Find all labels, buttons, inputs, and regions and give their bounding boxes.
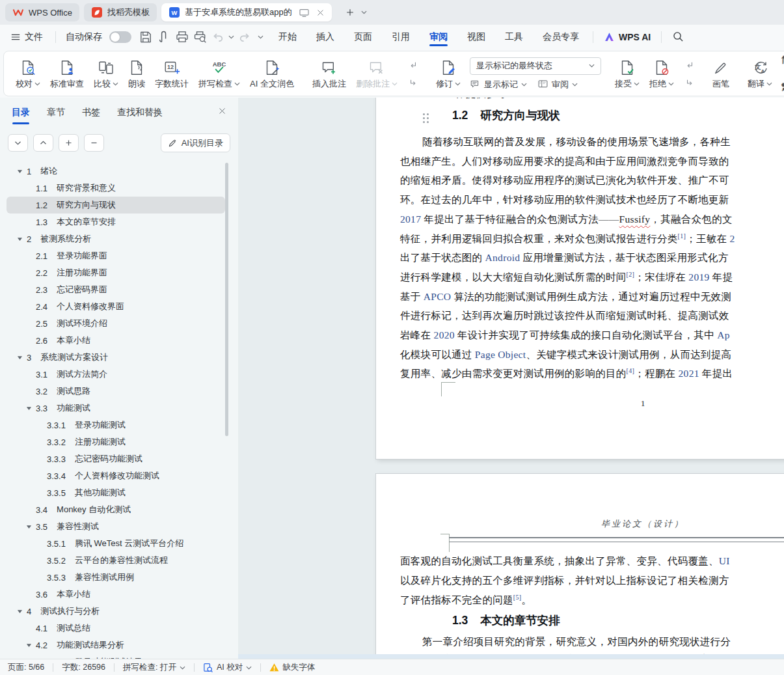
toc-item-2.6[interactable]: 2.6本章小结 [7, 332, 225, 349]
toc-item-2.2[interactable]: 2.2注册功能界面 [7, 264, 225, 281]
collapse-arrow-icon[interactable] [26, 525, 36, 529]
ribbon-tab-4[interactable]: 审阅 [420, 25, 457, 49]
status-spell-check[interactable]: 拼写检查: 打开 [123, 662, 185, 673]
toc-item-2.5[interactable]: 2.5测试环境介绍 [7, 315, 225, 332]
toc-item-2.3[interactable]: 2.3忘记密码界面 [7, 281, 225, 298]
search-icon[interactable] [666, 31, 691, 43]
doc-line[interactable]: 也相继产生。人们对移动应用要求的提高和由于应用间激烈竞争而导致的 [400, 155, 729, 171]
collapse-arrow-icon[interactable] [26, 643, 36, 648]
toc-item-3.4[interactable]: 3.4Monkey 自动化测试 [7, 501, 225, 518]
document-page-2[interactable]: 毕业论文（设计） 面客观的自动化测试工具衡量系统，抽象出了异常、变异、代码覆盖、… [376, 474, 784, 659]
horizontal-scrollbar[interactable] [238, 654, 784, 659]
toc-item-3.5.2[interactable]: 3.5.2云平台的兼容性测试流程 [7, 552, 225, 569]
doc-line[interactable]: 进行科学建模，以大大缩短自动化测试所需的时间[2]；宋佳垿在 2019 年提 [400, 271, 733, 286]
status-page-indicator[interactable]: 页面: 5/66 [8, 662, 44, 673]
toc-item-3.5[interactable]: 3.5兼容性测试 [7, 518, 225, 535]
wps-ai-button[interactable]: WPS AI [597, 31, 657, 42]
toc-item-1[interactable]: 1绪论 [7, 163, 225, 180]
new-tab-button[interactable] [342, 4, 358, 21]
toc-item-1.2[interactable]: 1.2研究方向与现状 [7, 197, 225, 214]
redo-icon[interactable] [236, 29, 252, 46]
status-word-count[interactable]: 字数: 26596 [62, 662, 105, 673]
sidebar-tab-3[interactable]: 查找和替换 [117, 103, 163, 122]
ribbon-button-review-pane[interactable]: 审阅 [537, 79, 578, 90]
toc-item-3.3.1[interactable]: 3.3.1登录功能测试 [7, 417, 225, 434]
toc-item-2.4[interactable]: 2.4个人资料修改界面 [7, 298, 225, 315]
sidebar-scrollbar-thumb[interactable] [225, 163, 228, 436]
ribbon-tab-5[interactable]: 视图 [457, 25, 495, 49]
print-icon[interactable] [174, 29, 191, 46]
undo-dropdown-icon[interactable] [228, 35, 234, 39]
doc-line-clipped[interactable]: 工作提供参考 [445, 98, 507, 103]
toc-item-1.1[interactable]: 1.1研究背景和意义 [7, 180, 225, 197]
status-missing-font[interactable]: 缺失字体 [269, 662, 315, 673]
sidebar-close-icon[interactable] [218, 107, 226, 115]
toc-item-4.1[interactable]: 4.1测试总结 [7, 620, 225, 637]
ribbon-tab-6[interactable]: 工具 [495, 25, 533, 49]
expand-all-button[interactable] [33, 134, 53, 152]
doc-line[interactable]: 了评估指标不完全的问题[5]。 [400, 594, 532, 609]
tab-list-dropdown-icon[interactable] [361, 10, 367, 14]
ribbon-button-proofread[interactable]: 校对 [11, 56, 45, 92]
toc-item-4[interactable]: 4测试执行与分析 [7, 603, 225, 620]
doc-line[interactable]: 岩峰在 2020 年设计并实现了可持续集成的接口自动化测试平台，其中 Ap [400, 329, 730, 344]
app-tab-home[interactable]: WPS Office [5, 3, 79, 21]
document-canvas[interactable]: 工作提供参考 1.2研究方向与现状 随着移动互联网的普及发展，移动设备的使用场景… [238, 98, 784, 659]
doc-line[interactable]: 出了基于状态图的 Android 应用增量测试方法，基于状态图采用形式化方 [400, 251, 729, 267]
ribbon-button-insert-comment[interactable]: 插入批注 [308, 56, 351, 92]
doc-line[interactable]: 环。在过去的几年中，针对移动应用的软件测试技术也经历了不断地更新 [400, 193, 729, 209]
doc-line[interactable]: 基于 APCO 算法的功能测试测试用例生成方法，通过对遍历过程中无效测 [400, 290, 731, 306]
ribbon-tab-7[interactable]: 会员专享 [533, 25, 589, 49]
toolbar-more-icon[interactable] [258, 35, 264, 39]
ribbon-button-pen[interactable]: 画笔 [708, 56, 734, 92]
app-tab-document[interactable]: W基于安卓系统的慧易联app的 [161, 3, 332, 21]
toc-item-3.6[interactable]: 3.6本章小结 [7, 586, 225, 603]
ribbon-button-转繁[interactable]: 简→转繁 [781, 51, 784, 72]
ribbon-tab-3[interactable]: 引用 [382, 25, 420, 49]
collapse-arrow-icon[interactable] [17, 355, 27, 360]
zoom-in-button[interactable] [59, 134, 79, 152]
ribbon-tab-0[interactable]: 开始 [269, 25, 306, 49]
toc-item-3.3[interactable]: 3.3功能测试 [7, 400, 225, 417]
toc-item-2[interactable]: 2被测系统分析 [7, 230, 225, 247]
prev-comment-icon[interactable] [405, 59, 421, 71]
doc-line[interactable]: 随着移动互联网的普及发展，移动设备的使用场景飞速增多，各种生 [400, 135, 731, 151]
present-icon[interactable] [299, 7, 310, 18]
doc-line[interactable]: 复用率、减少由需求变更对测试用例的影响的目的[4]；程鹏在 2021 年提出 [400, 367, 733, 383]
export-pdf-icon[interactable] [155, 29, 172, 46]
ribbon-button-delete-comment[interactable]: 删除批注 [351, 56, 402, 92]
toc-item-3.3.5[interactable]: 3.3.5其他功能测试 [7, 484, 225, 501]
ribbon-button-show-markup[interactable]: 显示标记 [470, 79, 527, 90]
toc-item-1.3[interactable]: 1.3本文的章节安排 [7, 214, 225, 230]
toc-item-3.3.3[interactable]: 3.3.3忘记密码功能测试 [7, 450, 225, 467]
collapse-arrow-icon[interactable] [26, 406, 36, 411]
ribbon-button-spell-check[interactable]: ABC拼写检查 [194, 56, 245, 92]
print-preview-icon[interactable] [192, 29, 209, 46]
doc-line[interactable]: 2017 年提出了基于特征融合的众包测试方法——Fussify，其融合众包的文 [400, 213, 733, 228]
ribbon-tab-1[interactable]: 插入 [306, 25, 344, 49]
autosave-toggle[interactable] [109, 31, 131, 43]
doc-line[interactable]: 化模块可以通过 Page Object、关键字模式来设计测试用例，从而达到提高 [400, 348, 731, 364]
toc-item-3[interactable]: 3系统测试方案设计 [7, 349, 225, 366]
toc-item-4.2.1[interactable]: 4.2.1登录功能测试结果 [7, 654, 225, 659]
ribbon-button-转简[interactable]: 繁→转简 [781, 76, 784, 96]
collapse-arrow-icon[interactable] [17, 169, 27, 174]
status-ai-proofread[interactable]: AI 校对 [203, 662, 252, 673]
sidebar-tab-1[interactable]: 章节 [47, 103, 65, 122]
ribbon-tab-2[interactable]: 页面 [344, 25, 382, 49]
markup-state-select[interactable]: 显示标记的最终状态 [470, 57, 601, 75]
doc-line[interactable]: 第一章介绍项目研究的背景，研究意义，对国内外的研究现状进行分 [400, 635, 731, 651]
document-page-1[interactable]: 工作提供参考 1.2研究方向与现状 随着移动互联网的普及发展，移动设备的使用场景… [376, 98, 784, 459]
ribbon-button-compare[interactable]: 比较 [89, 56, 123, 92]
doc-line[interactable]: 以及碎片化支持的五个多维评判指标，并针对以上指标设记了相关检测方 [400, 574, 729, 590]
doc-line[interactable]: 特征，并利用逻辑回归拟合权重，来对众包测试报告进行分类[1]；王敏在 2 [400, 232, 735, 248]
sidebar-tab-2[interactable]: 书签 [82, 103, 100, 122]
collapse-arrow-icon[interactable] [17, 609, 27, 614]
toc-item-3.1[interactable]: 3.1测试方法简介 [7, 366, 225, 383]
toc-item-3.5.1[interactable]: 3.5.1腾讯 WeTest 云测试平台介绍 [7, 535, 225, 552]
doc-line[interactable]: 面客观的自动化测试工具衡量系统，抽象出了异常、变异、代码覆盖、UI [400, 555, 730, 570]
toc-item-3.5.3[interactable]: 3.5.3兼容性测试用例 [7, 569, 225, 586]
ribbon-button-word-count[interactable]: 12字数统计 [150, 56, 193, 92]
toc-item-3.3.2[interactable]: 3.3.2注册功能测试 [7, 434, 225, 450]
next-comment-icon[interactable] [405, 77, 421, 89]
